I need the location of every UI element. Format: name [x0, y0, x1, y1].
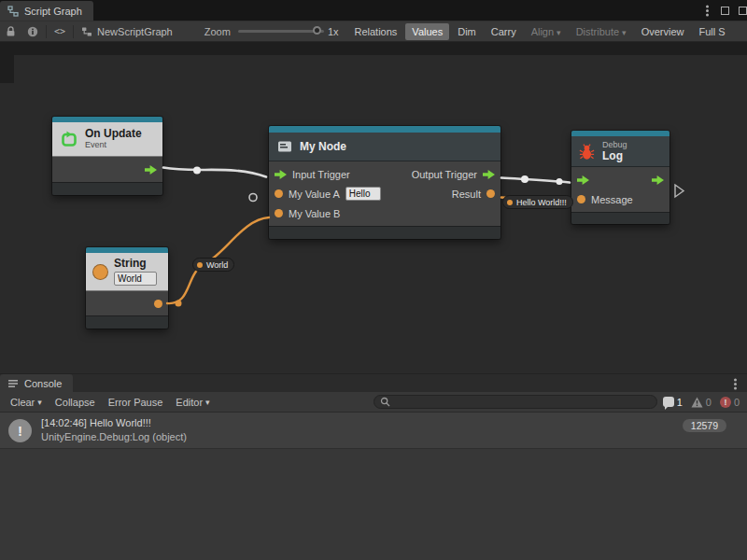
- fullscreen-button[interactable]: Full S: [692, 23, 731, 40]
- chevron-down-icon: [37, 398, 42, 407]
- editor-label: Editor: [176, 397, 203, 408]
- relations-button[interactable]: Relations: [348, 23, 404, 40]
- search-input[interactable]: [394, 397, 637, 408]
- lock-button[interactable]: [6, 26, 16, 37]
- node-title: Log: [602, 150, 627, 162]
- bug-icon: [578, 143, 596, 161]
- control-output-port[interactable]: [483, 170, 495, 179]
- align-label: Align: [531, 26, 554, 37]
- layout-icon[interactable]: [739, 7, 747, 15]
- console-search[interactable]: [374, 395, 657, 409]
- align-dropdown[interactable]: Align: [525, 23, 568, 40]
- zoom-label: Zoom: [204, 26, 231, 37]
- node-debug-log[interactable]: Debug Log Message: [571, 131, 669, 224]
- zoom-value: 1x: [328, 26, 339, 37]
- input-trigger-label: Input Trigger: [292, 169, 350, 180]
- overview-button[interactable]: Overview: [635, 23, 691, 40]
- warning-count: 0: [706, 397, 712, 408]
- search-icon: [380, 397, 390, 407]
- wire-value-label: Hello World!!!: [516, 198, 567, 207]
- unconnected-port-indicator: [249, 194, 257, 202]
- flow-direction-marker: [675, 185, 684, 197]
- console-panel: Console Clear Collapse Error Pause Edito…: [0, 373, 747, 560]
- control-input-port[interactable]: [577, 175, 589, 185]
- tab-title: Script Graph: [24, 6, 82, 17]
- log-collapse-count: 12579: [683, 419, 726, 432]
- kebab-icon: [706, 9, 709, 12]
- log-message: [14:02:46] Hello World!!!: [41, 416, 187, 430]
- node-header: String: [86, 253, 168, 291]
- toolbar-divider: [46, 25, 47, 38]
- port-row: Message: [571, 189, 669, 209]
- console-tab-title: Console: [24, 378, 62, 389]
- info-icon: [27, 26, 38, 37]
- lock-icon: [6, 26, 16, 37]
- node-ports: [86, 291, 168, 315]
- graph-name-breadcrumb[interactable]: NewScriptGraph: [97, 26, 173, 37]
- error-filter-toggle[interactable]: 0: [720, 397, 740, 408]
- maximize-icon[interactable]: [721, 7, 729, 15]
- editor-dropdown[interactable]: Editor: [169, 395, 216, 410]
- control-output-port[interactable]: [145, 165, 157, 175]
- port-row: My Value A Result: [269, 184, 500, 203]
- log-stacktrace: UnityEngine.Debug:Log (object): [41, 430, 187, 444]
- port-row: My Value B: [269, 203, 500, 223]
- graph-canvas[interactable]: On Update Event My Node Input Tri: [0, 42, 747, 373]
- port-row: [571, 170, 669, 189]
- value-output-port[interactable]: [154, 300, 162, 308]
- node-title: On Update: [85, 128, 142, 140]
- toolbar-divider: [73, 25, 74, 38]
- node-ports: Input Trigger Output Trigger My Value A …: [269, 161, 500, 226]
- zoom-slider[interactable]: [238, 30, 324, 33]
- chevron-down-icon: [557, 28, 561, 37]
- node-header: My Node: [269, 133, 500, 161]
- edit-source-button[interactable]: [54, 26, 65, 36]
- string-value-input[interactable]: [114, 272, 157, 286]
- clear-dropdown-button[interactable]: Clear: [4, 395, 49, 410]
- error-pause-toggle[interactable]: Error Pause: [102, 395, 170, 410]
- node-on-update-event[interactable]: On Update Event: [52, 117, 162, 195]
- value-input-port[interactable]: [577, 195, 585, 203]
- node-footer: [269, 226, 500, 239]
- canvas-top-band: [0, 42, 747, 55]
- canvas-corner-block: [0, 55, 14, 83]
- node-header-strip: [269, 126, 500, 133]
- kebab-icon: [734, 383, 737, 385]
- message-label: Message: [591, 194, 633, 205]
- node-title: My Node: [300, 141, 346, 153]
- log-entry[interactable]: [14:02:46] Hello World!!! UnityEngine.De…: [0, 413, 747, 449]
- console-log-list: [14:02:46] Hello World!!! UnityEngine.De…: [0, 413, 747, 560]
- info-count: 1: [677, 397, 683, 408]
- window-menu-icon[interactable]: [702, 4, 712, 17]
- node-ports: [52, 157, 162, 182]
- collapse-toggle[interactable]: Collapse: [49, 395, 102, 410]
- values-button[interactable]: Values: [405, 23, 449, 40]
- carry-button[interactable]: Carry: [485, 23, 523, 40]
- node-my-node[interactable]: My Node Input Trigger Output Trigger My …: [269, 126, 500, 239]
- warning-filter-toggle[interactable]: 0: [691, 397, 712, 408]
- info-filter-toggle[interactable]: 1: [663, 397, 683, 408]
- tab-console[interactable]: Console: [0, 374, 73, 392]
- info-button[interactable]: [27, 26, 38, 37]
- node-title: String: [114, 258, 157, 270]
- value-output-port[interactable]: [486, 189, 495, 198]
- console-menu-icon[interactable]: [730, 377, 740, 390]
- control-input-port[interactable]: [275, 170, 287, 179]
- control-output-port[interactable]: [652, 175, 664, 185]
- my-value-a-label: My Value A: [289, 189, 340, 200]
- value-input-port[interactable]: [275, 209, 283, 217]
- tab-script-graph[interactable]: Script Graph: [0, 1, 93, 21]
- distribute-dropdown[interactable]: Distribute: [570, 23, 633, 40]
- wire-value-badge-world: World: [192, 258, 234, 272]
- wire-value-label: World: [206, 260, 228, 270]
- chevron-down-icon: [205, 398, 210, 407]
- my-value-b-label: My Value B: [289, 208, 340, 219]
- my-value-a-input[interactable]: [345, 187, 381, 201]
- distribute-label: Distribute: [576, 26, 619, 37]
- node-string-literal[interactable]: String: [86, 247, 168, 329]
- wire-value-badge-hello-world: Hello World!!!: [502, 195, 573, 209]
- value-input-port[interactable]: [275, 189, 283, 198]
- dim-button[interactable]: Dim: [451, 23, 483, 40]
- node-subtitle: Event: [85, 140, 142, 150]
- zoom-slider-handle[interactable]: [313, 26, 321, 35]
